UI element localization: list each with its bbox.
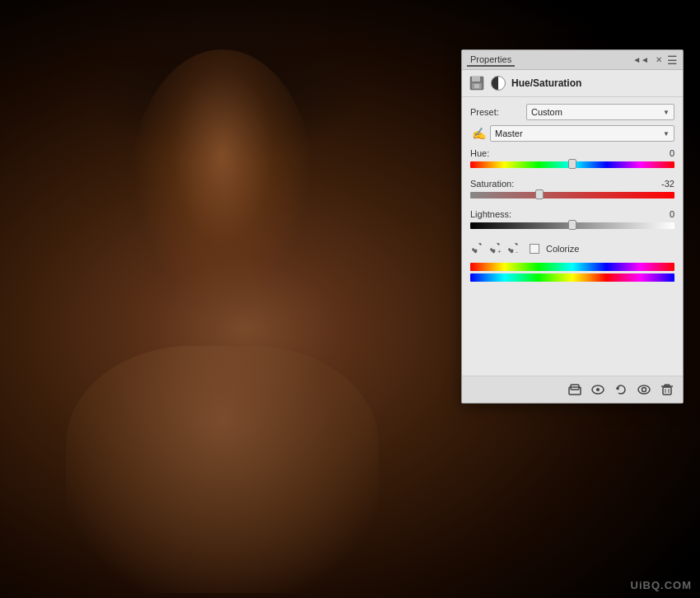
hue-value: 0: [654, 148, 674, 158]
shirt-area: [66, 346, 379, 593]
svg-rect-7: [497, 243, 500, 245]
delete-button[interactable]: [658, 381, 676, 399]
hue-label: Hue:: [470, 148, 489, 158]
hue-track-container[interactable]: [470, 161, 674, 174]
properties-tab[interactable]: Properties: [467, 54, 515, 67]
add-sample-icon: +: [490, 243, 502, 255]
view-previous-icon: [591, 383, 604, 396]
hue-slider-header: Hue: 0: [470, 148, 674, 158]
svg-rect-24: [665, 385, 670, 386]
hue-thumb[interactable]: [568, 159, 576, 169]
on-image-adjust-icon[interactable]: ✍: [470, 125, 487, 142]
hand-tool-icon: ✍: [472, 127, 486, 140]
svg-rect-1: [472, 77, 480, 82]
saturation-thumb[interactable]: [535, 189, 544, 199]
lightness-thumb[interactable]: [568, 220, 576, 230]
panel-title-controls: ◄◄ ✕ ☰: [631, 54, 678, 67]
panel-title-left: Properties: [467, 54, 515, 67]
trash-icon: [660, 383, 674, 396]
clip-to-layer-icon: [568, 383, 581, 396]
preset-row: Preset: Custom ▼: [470, 104, 674, 120]
svg-point-13: [511, 250, 514, 252]
lightness-track-container[interactable]: [470, 222, 674, 235]
eyedropper-button[interactable]: [470, 241, 485, 256]
hue-slider-section: Hue: 0: [470, 148, 674, 174]
adjustment-type-icon[interactable]: [490, 75, 506, 91]
svg-rect-3: [474, 84, 479, 88]
channel-value: Master: [495, 128, 523, 138]
svg-rect-22: [663, 387, 671, 395]
saturation-value: -32: [654, 179, 674, 189]
colorize-checkbox[interactable]: [530, 244, 539, 254]
add-to-sample-button[interactable]: +: [488, 241, 503, 256]
panel-content: Preset: Custom ▼ ✍ Master ▼ Hue: 0: [462, 97, 683, 376]
saturation-track-container[interactable]: [470, 191, 674, 204]
panel-menu-button[interactable]: ☰: [667, 54, 678, 67]
preset-dropdown[interactable]: Custom ▼: [526, 104, 674, 120]
lightness-slider-section: Lightness: 0: [470, 209, 674, 235]
eyedropper-row: + - Colorize: [470, 241, 674, 256]
floppy-disk-icon: [469, 76, 484, 91]
subtract-sample-icon: -: [508, 243, 520, 255]
adjusted-spectrum-bar: [470, 273, 674, 282]
panel-close-button[interactable]: ✕: [654, 55, 664, 64]
half-circle-icon: [491, 76, 506, 91]
watermark: UiBQ.COM: [631, 579, 692, 591]
svg-point-6: [475, 250, 478, 252]
reset-button[interactable]: [612, 381, 630, 399]
clip-to-layer-button[interactable]: [566, 381, 584, 399]
hue-spectrum-bar: [470, 263, 674, 271]
svg-text:+: +: [497, 248, 502, 255]
channel-dropdown-arrow: ▼: [663, 130, 670, 138]
saturation-label: Saturation:: [470, 179, 514, 189]
saturation-slider-header: Saturation: -32: [470, 179, 674, 189]
preset-value: Custom: [531, 107, 562, 117]
panel-collapse-button[interactable]: ◄◄: [631, 55, 651, 64]
preset-dropdown-arrow: ▼: [663, 109, 670, 116]
reset-icon: [614, 383, 628, 396]
panel-toolbar: [462, 376, 683, 403]
spectrum-row: [470, 263, 674, 282]
lightness-slider-header: Lightness: 0: [470, 209, 674, 219]
saturation-track: [470, 192, 674, 199]
svg-point-21: [642, 388, 646, 392]
panel-titlebar: Properties ◄◄ ✕ ☰: [462, 50, 683, 70]
saturation-slider-section: Saturation: -32: [470, 179, 674, 204]
svg-point-9: [493, 250, 496, 252]
svg-rect-4: [478, 243, 482, 245]
view-previous-state-button[interactable]: [589, 381, 607, 399]
face-highlight: [132, 49, 313, 313]
svg-point-18: [596, 388, 600, 391]
svg-rect-11: [515, 243, 518, 245]
panel-header: Hue/Saturation: [462, 70, 683, 97]
adjustment-title: Hue/Saturation: [511, 77, 581, 89]
preset-label: Preset:: [470, 107, 526, 117]
colorize-label: Colorize: [546, 244, 579, 254]
channel-row: ✍ Master ▼: [470, 125, 674, 142]
svg-point-20: [638, 385, 650, 394]
colorize-row: Colorize: [530, 244, 579, 254]
eyedropper-icon: [472, 243, 483, 255]
lightness-value: 0: [654, 209, 674, 219]
lightness-label: Lightness:: [470, 209, 511, 219]
save-mask-icon[interactable]: [469, 75, 485, 91]
visibility-button[interactable]: [635, 381, 653, 399]
channel-dropdown[interactable]: Master ▼: [490, 125, 674, 142]
properties-panel: Properties ◄◄ ✕ ☰ Hue/Saturation Preset:: [461, 49, 684, 404]
subtract-from-sample-button[interactable]: -: [506, 241, 521, 256]
svg-text:-: -: [516, 248, 518, 255]
visibility-icon: [637, 383, 651, 396]
